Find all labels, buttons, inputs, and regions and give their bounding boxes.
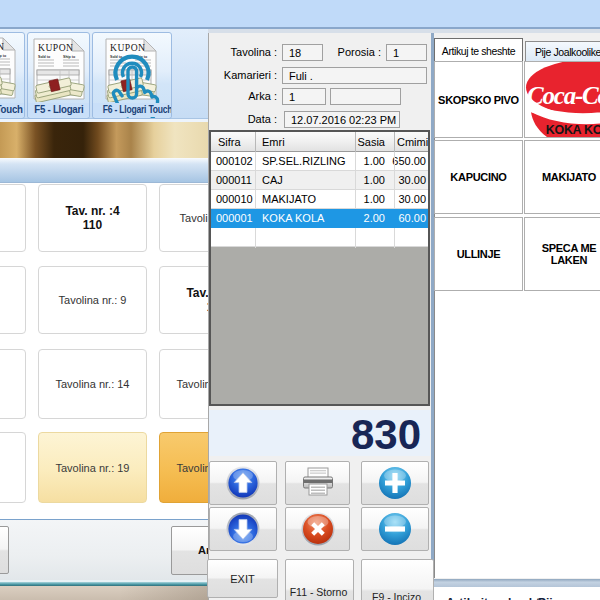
svg-text:Coca-Cola: Coca-Cola: [527, 82, 600, 109]
svg-text:KOKA KOLA: KOKA KOLA: [546, 123, 600, 137]
